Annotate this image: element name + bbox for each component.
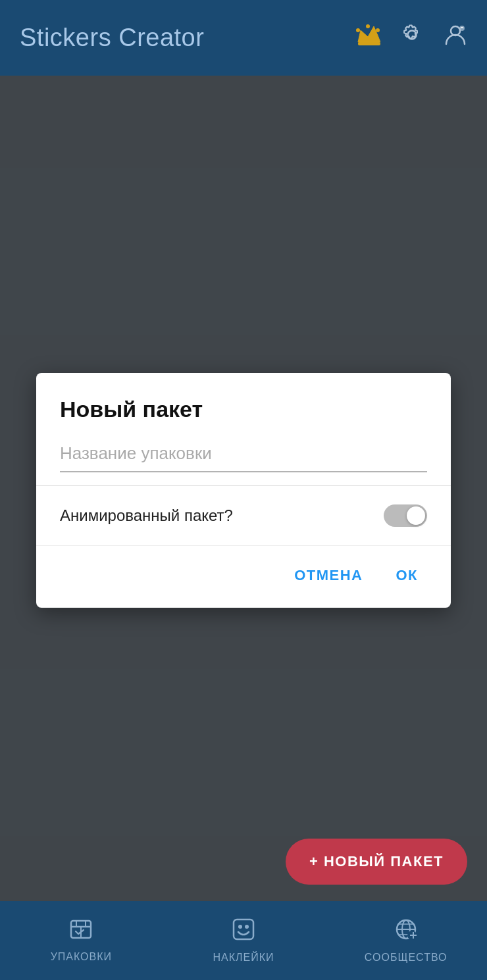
dialog-actions: ОТМЕНА ОК	[36, 546, 451, 608]
toggle-knob	[407, 506, 425, 525]
package-name-input[interactable]	[60, 438, 427, 472]
ok-button[interactable]: ОК	[382, 559, 431, 592]
new-package-dialog: Новый пакет Анимированный пакет? ОТМЕНА …	[36, 373, 451, 608]
dialog-title: Новый пакет	[36, 373, 451, 438]
dialog-input-section	[36, 438, 451, 486]
dialog-toggle-row: Анимированный пакет?	[36, 486, 451, 546]
animated-toggle[interactable]	[384, 504, 427, 527]
dialog-backdrop: Новый пакет Анимированный пакет? ОТМЕНА …	[0, 0, 487, 980]
animated-package-label: Анимированный пакет?	[60, 506, 233, 525]
cancel-button[interactable]: ОТМЕНА	[281, 559, 376, 592]
